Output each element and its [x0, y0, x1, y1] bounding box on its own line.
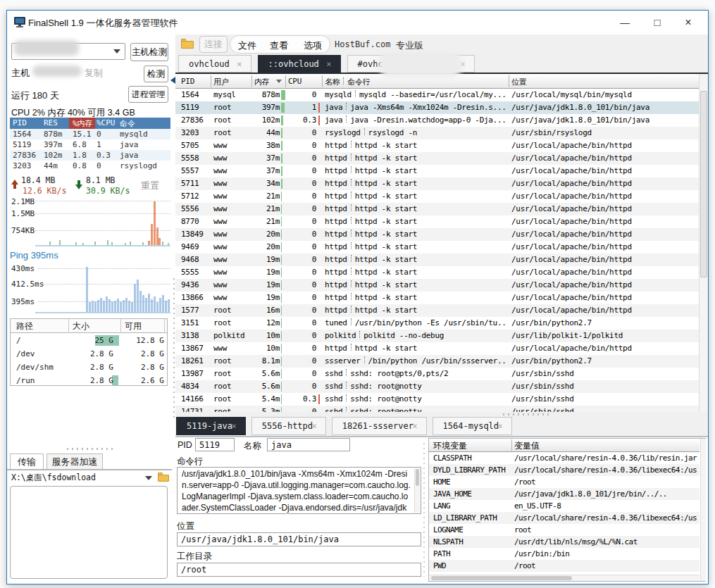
name-field[interactable]: java	[267, 438, 350, 451]
location-field[interactable]: /usr/java/jdk1.8.0_101/bin/java	[177, 532, 421, 546]
process-tab[interactable]: 5556-httpd×	[251, 417, 326, 435]
sidebar: 主机检测 主机 复制 检测 运行 180 天 进程管理 CPU 2% 内存 40…	[7, 35, 172, 584]
env-row[interactable]: CLASSPATH/usr/local/share/resin-4.0.36/l…	[429, 452, 700, 464]
detail-splitter[interactable]	[423, 443, 425, 577]
env-row[interactable]: NLSPATH/usr/dt/lib/nls/msg/%L/%N.cat	[429, 536, 700, 548]
ping-chart: 430ms 412.5ms 395ms	[10, 263, 170, 313]
workdir-field[interactable]: /root	[177, 563, 421, 577]
process-row[interactable]: 4834root5.6m0sshdsshd: root@notty/usr/sb…	[175, 380, 699, 393]
process-tab[interactable]: 18261-ssserver×	[332, 417, 427, 435]
process-row[interactable]: 14166root5.4m0.3sshdsshd: root@notty/usr…	[175, 393, 699, 406]
upload-speed: 12.6 KB/s	[23, 186, 66, 196]
env-row[interactable]: PWD/root	[429, 560, 700, 572]
cmdline-field[interactable]: /usr/java/jdk1.8.0_101/bin/java -Xms64m …	[177, 467, 421, 514]
close-icon[interactable]: ×	[232, 421, 237, 431]
table-scrollbar[interactable]	[699, 74, 708, 412]
env-row[interactable]: PATH/usr/bin:/bin	[429, 548, 700, 560]
env-scrollbar-h[interactable]	[429, 575, 700, 581]
maximize-button[interactable]: □	[647, 15, 668, 30]
title-bar: FinalShell 1.9 一体化服务器管理软件 — □ ×	[7, 11, 708, 35]
process-row[interactable]: 14731root5.3m0sshdsshd: root@notty/usr/s…	[175, 406, 699, 412]
download-speed: 30.9 KB/s	[86, 186, 130, 196]
process-row[interactable]: 13849www20m0httpdhttpd -k start/usr/loca…	[175, 228, 699, 241]
process-row[interactable]: 9436www19m0httpdhttpd -k start/usr/local…	[175, 279, 699, 292]
process-row[interactable]: 5712www21m0httpdhttpd -k start/usr/local…	[175, 190, 699, 203]
mini-process-row[interactable]: 1564878m15.10mysqld	[10, 129, 170, 139]
env-row[interactable]: LD_LIBRARY_PATH/usr/local/share/resin-4.…	[429, 512, 700, 524]
process-row[interactable]: 18261root8.1m0ssserver/bin/python /usr/b…	[175, 355, 699, 368]
env-row[interactable]: JAVA_HOME/usr/java/jdk1.8.0_101/jre/bin/…	[429, 488, 700, 500]
hostbuf-link[interactable]: HostBuf.com	[335, 39, 390, 49]
name-label: 名称	[244, 440, 261, 452]
reset-link[interactable]: 重置	[141, 180, 159, 192]
sidebar-splitter[interactable]	[67, 448, 116, 450]
collapse-sidebar-icon[interactable]	[170, 77, 175, 84]
process-tab[interactable]: 1564-mysqld×	[433, 417, 512, 435]
disk-row[interactable]: /25 G12.8 G	[11, 334, 167, 347]
minimize-button[interactable]: —	[614, 15, 635, 30]
session-tab[interactable]: ovhcloud×	[178, 55, 251, 73]
process-row[interactable]: 5711www34m0httpdhttpd -k start/usr/local…	[175, 177, 699, 190]
env-table: 环境变量 变量值 CLASSPATH/usr/local/share/resin…	[428, 438, 706, 582]
download-path[interactable]: X:\桌面\fsdownload	[11, 473, 96, 483]
env-scrollbar-v[interactable]	[700, 439, 706, 581]
mini-process-row[interactable]: 27836102m1.80.3java	[10, 150, 170, 161]
process-row[interactable]: 1577root16m0httpdhttpd -k start/usr/loca…	[175, 304, 699, 317]
pro-version-link[interactable]: 专业版	[396, 39, 423, 52]
process-row[interactable]: 5555www19m0httpdhttpd -k start/usr/local…	[175, 266, 699, 279]
process-row[interactable]: 27836root102m0.3javajava -Dresin.watchdo…	[175, 114, 699, 127]
process-row[interactable]: 13867www10m0httpdhttpd -k start/usr/loca…	[175, 342, 699, 355]
process-row[interactable]: 5119root397m1javajava -Xms64m -Xmx1024m …	[175, 101, 699, 114]
close-icon[interactable]: ×	[237, 59, 242, 69]
menu-file[interactable]: 文件	[238, 39, 256, 52]
disk-row[interactable]: /dev2.8 G2.8 G	[11, 347, 167, 361]
close-button[interactable]: ×	[678, 15, 699, 30]
process-row[interactable]: 1564mysql878m0mysqldmysqld --basedir=/us…	[175, 89, 699, 101]
menu-view[interactable]: 查看	[270, 39, 288, 52]
location-label: 位置	[177, 520, 194, 532]
disk-row[interactable]: /run2.8 G2.6 G	[11, 374, 167, 387]
menu-options[interactable]: 选项	[304, 39, 322, 52]
path-dropdown-icon[interactable]	[145, 476, 152, 480]
folder-icon[interactable]	[181, 39, 194, 50]
env-row[interactable]: LOGNAMEroot	[429, 524, 700, 536]
session-tab[interactable]: ::ovhcloud×	[258, 55, 341, 73]
process-manage-button[interactable]: 进程管理	[128, 86, 168, 103]
copy-link[interactable]: 复制	[85, 67, 103, 80]
process-row[interactable]: 3203root44m0rsyslogdrsyslogd -n/usr/sbin…	[175, 127, 699, 139]
env-row[interactable]: LANGen_US.UTF-8	[429, 500, 700, 512]
process-row[interactable]: 5556www21m0httpdhttpd -k start/usr/local…	[175, 203, 699, 215]
process-row[interactable]: 8770www21m0httpdhttpd -k start/usr/local…	[175, 215, 699, 228]
pid-label: PID	[178, 440, 192, 450]
close-icon[interactable]: ×	[312, 421, 317, 431]
process-row[interactable]: 3138polkitd10m0polkitdpolkitd --no-debug…	[175, 330, 699, 342]
env-row[interactable]: HOME/root	[429, 476, 700, 488]
process-row[interactable]: 5705www38m0httpdhttpd -k start/usr/local…	[175, 139, 699, 152]
connect-button[interactable]: 连接	[199, 36, 228, 53]
tab-transfer[interactable]: 传输	[10, 453, 44, 470]
process-row[interactable]: 5558www37m0httpdhttpd -k start/usr/local…	[175, 152, 699, 165]
close-icon[interactable]: ×	[326, 59, 331, 69]
process-row[interactable]: 3151root12m0tuned/usr/bin/python -Es /us…	[175, 317, 699, 330]
disk-row[interactable]: /dev/shm2.8 G2.8 G	[11, 361, 167, 374]
main-toolbar: 连接 文件 查看 选项 HostBuf.com 专业版	[175, 35, 708, 54]
process-detail: PID 5119 名称 java 命令行 /usr/java/jdk1.8.0_…	[175, 437, 708, 584]
process-row[interactable]: 5557www37m0httpdhttpd -k start/usr/local…	[175, 165, 699, 177]
close-icon[interactable]: ×	[412, 421, 417, 431]
tab-server-accel[interactable]: 服务器加速	[46, 453, 103, 470]
process-row[interactable]: 13866www19m0httpdhttpd -k start/usr/loca…	[175, 292, 699, 304]
process-row[interactable]: 13987root5.6m0sshdsshd: root@pts/0,pts/2…	[175, 368, 699, 380]
host-check-button[interactable]: 主机检测	[130, 43, 168, 61]
transfer-list[interactable]	[10, 486, 168, 579]
process-row[interactable]: 9468www19m0httpdhttpd -k start/usr/local…	[175, 254, 699, 266]
env-row[interactable]: DYLD_LIBRARY_PATH/usr/local/share/resin-…	[429, 464, 700, 476]
open-folder-icon[interactable]	[158, 473, 169, 482]
pid-field[interactable]: 5119	[195, 438, 235, 451]
check-button[interactable]: 检测	[144, 65, 168, 82]
mini-process-row[interactable]: 5119397m6.81java	[10, 139, 170, 150]
main-splitter[interactable]	[503, 413, 552, 415]
process-row[interactable]: 9469www20m0httpdhttpd -k start/usr/local…	[175, 241, 699, 254]
process-tab[interactable]: 5119-java×	[176, 417, 246, 435]
close-icon[interactable]: ×	[498, 421, 503, 431]
mini-process-row[interactable]: 320344m0.80rsyslogd	[10, 161, 170, 171]
